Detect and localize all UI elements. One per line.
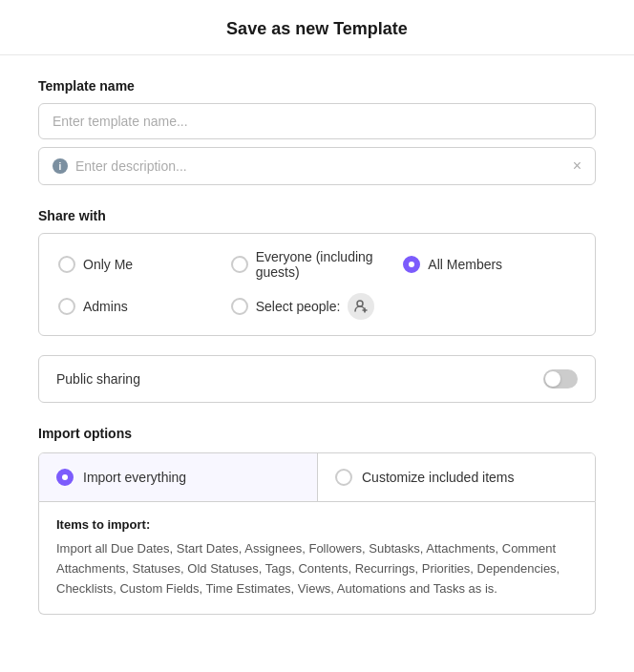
modal-body: Template name i Enter description... × S… (0, 55, 634, 638)
radio-only-me-label: Only Me (83, 257, 133, 272)
items-to-import-box: Items to import: Import all Due Dates, S… (38, 502, 596, 615)
radio-admins-label: Admins (83, 299, 128, 314)
items-to-import-title: Items to import: (56, 517, 578, 532)
items-to-import-text: Import all Due Dates, Start Dates, Assig… (56, 539, 578, 598)
public-sharing-box: Public sharing (38, 355, 596, 403)
svg-point-0 (357, 301, 363, 306)
modal-title: Save as new Template (0, 19, 634, 39)
import-options-label: Import options (38, 426, 596, 441)
radio-everyone-circle[interactable] (231, 256, 248, 273)
description-clear-icon[interactable]: × (573, 158, 581, 175)
info-icon: i (53, 158, 68, 174)
import-everything-label: Import everything (83, 470, 186, 485)
radio-everyone[interactable]: Everyone (including guests) (231, 249, 404, 280)
add-person-icon[interactable] (348, 293, 374, 320)
import-everything-radio[interactable] (56, 469, 74, 486)
import-options-grid: Import everything Customize included ite… (38, 452, 596, 502)
import-section: Import options Import everything Customi… (38, 426, 596, 615)
share-with-section: Share with Only Me Everyone (including g… (38, 208, 596, 336)
modal: Save as new Template Template name i Ent… (0, 0, 634, 672)
template-name-section: Template name i Enter description... × (38, 78, 596, 185)
radio-admins[interactable]: Admins (58, 298, 231, 315)
template-name-input[interactable] (38, 103, 596, 139)
radio-select-people-label: Select people: (256, 299, 341, 314)
radio-all-members[interactable]: All Members (403, 256, 576, 273)
radio-select-people[interactable]: Select people: (231, 293, 576, 320)
share-options-grid: Only Me Everyone (including guests) All … (38, 233, 596, 336)
customize-option[interactable]: Customize included items (317, 453, 595, 501)
public-sharing-label: Public sharing (56, 371, 140, 387)
customize-radio[interactable] (335, 469, 352, 486)
description-left: i Enter description... (53, 158, 187, 174)
description-row: i Enter description... × (38, 147, 596, 185)
description-placeholder: Enter description... (75, 158, 187, 174)
template-name-label: Template name (38, 78, 596, 94)
radio-all-members-label: All Members (428, 257, 502, 272)
radio-all-members-circle[interactable] (403, 256, 420, 273)
radio-only-me[interactable]: Only Me (58, 256, 231, 273)
radio-everyone-label: Everyone (including guests) (256, 249, 404, 280)
share-with-label: Share with (38, 208, 596, 223)
import-everything-option[interactable]: Import everything (39, 453, 317, 501)
radio-admins-circle[interactable] (58, 298, 75, 315)
public-sharing-toggle[interactable] (543, 369, 578, 388)
radio-only-me-circle[interactable] (58, 256, 75, 273)
radio-select-people-circle[interactable] (231, 298, 248, 315)
customize-label: Customize included items (362, 470, 515, 485)
modal-header: Save as new Template (0, 0, 634, 55)
